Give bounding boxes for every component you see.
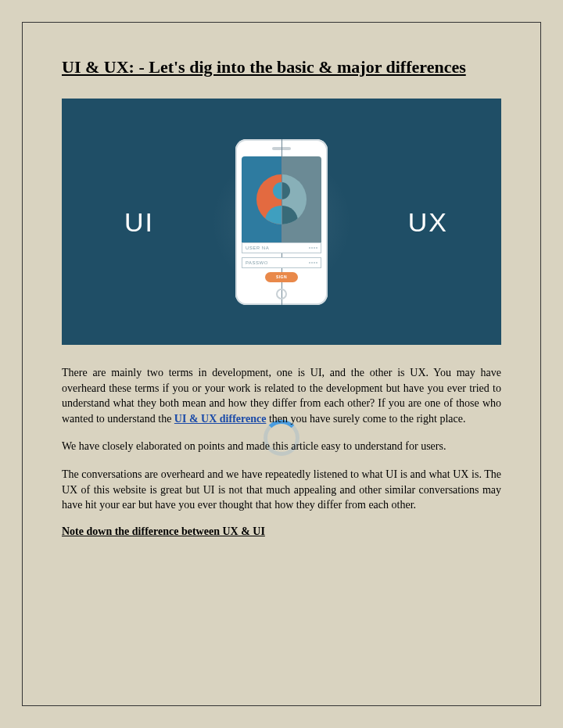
- page-frame: UI & UX: - Let's dig into the basic & ma…: [22, 22, 541, 706]
- hero-ux-label: UX: [408, 206, 448, 237]
- username-label: USER NA: [246, 246, 269, 250]
- home-button-icon: [276, 289, 287, 299]
- phone-illustration: USER NA PASSWO SIGN: [235, 139, 328, 305]
- section-subheading: Note down the difference between UX & UI: [62, 525, 501, 538]
- paragraph-1: There are mainly two terms in developmen…: [62, 365, 501, 426]
- password-label: PASSWO: [246, 260, 268, 265]
- password-field-mock: PASSWO: [242, 257, 321, 268]
- phone-form: USER NA PASSWO SIGN: [242, 242, 321, 282]
- article-title: UI & UX: - Let's dig into the basic & ma…: [62, 54, 501, 80]
- username-field-mock: USER NA: [242, 242, 321, 253]
- signin-button-mock: SIGN: [265, 272, 298, 282]
- hero-ui-label: UI: [124, 206, 154, 237]
- hero-image: UI UX USER NA PASSWO SIGN: [62, 99, 501, 345]
- p1-text-b: then you have surely come to the right p…: [266, 413, 465, 425]
- ui-ux-difference-link[interactable]: UI & UX difference: [174, 413, 267, 425]
- paragraph-2: We have closely elaborated on points and…: [62, 439, 501, 454]
- paragraph-3: The conversations are overheard and we h…: [62, 467, 501, 513]
